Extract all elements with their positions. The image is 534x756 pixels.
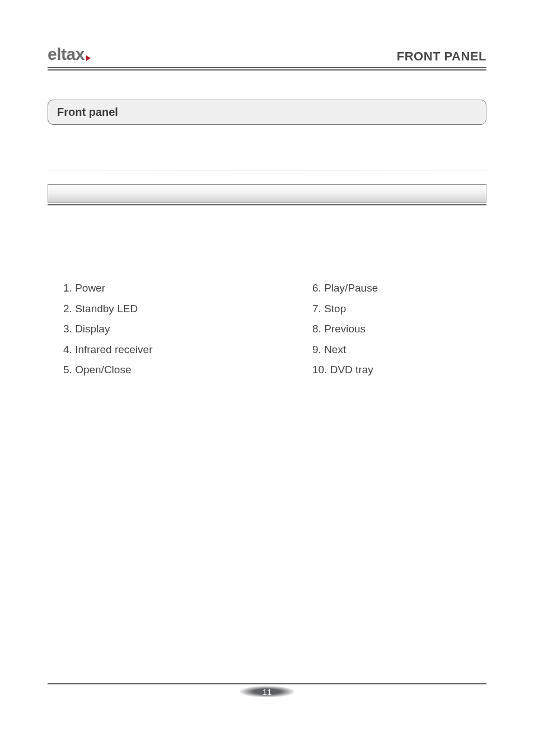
page-header: eltax FRONT PANEL bbox=[48, 46, 486, 64]
list-item: 5. Open/Close bbox=[63, 362, 312, 378]
list-item-label: Open/Close bbox=[75, 364, 131, 375]
device-illustration-top-rule bbox=[48, 171, 486, 171]
brand-logo: eltax bbox=[48, 45, 91, 64]
list-item: 7. Stop bbox=[312, 301, 486, 317]
page-number-band: 11 bbox=[240, 686, 294, 697]
list-item: 10. DVD tray bbox=[312, 362, 486, 378]
list-item-label: Play/Pause bbox=[324, 282, 378, 294]
section-heading-box: Front panel bbox=[48, 100, 486, 125]
section-heading: Front panel bbox=[57, 106, 477, 119]
list-item-label: Next bbox=[324, 344, 346, 355]
list-item-label: Standby LED bbox=[75, 303, 138, 314]
list-item-num: 9. bbox=[312, 344, 321, 355]
list-item-num: 8. bbox=[312, 323, 321, 335]
page-footer: 11 bbox=[48, 683, 486, 697]
list-item-num: 3. bbox=[63, 323, 72, 335]
page-number: 11 bbox=[263, 687, 272, 697]
list-item-label: Infrared receiver bbox=[75, 344, 152, 355]
list-item-label: DVD tray bbox=[330, 364, 373, 375]
device-illustration-underline bbox=[48, 204, 486, 205]
feature-list-left: 1. Power 2. Standby LED 3. Display 4. In… bbox=[63, 280, 312, 378]
footer-divider bbox=[48, 683, 486, 684]
list-item-num: 5. bbox=[63, 364, 72, 375]
list-item-num: 6. bbox=[312, 282, 321, 294]
list-item: 3. Display bbox=[63, 321, 312, 337]
list-item-label: Display bbox=[75, 323, 110, 335]
list-item-num: 4. bbox=[63, 344, 72, 355]
list-item: 9. Next bbox=[312, 342, 486, 358]
document-page: eltax FRONT PANEL Front panel 1. Power 2… bbox=[0, 0, 534, 756]
list-item-num: 1. bbox=[63, 282, 72, 294]
list-item-num: 10. bbox=[312, 364, 327, 375]
list-item-label: Previous bbox=[324, 323, 366, 335]
list-item: 4. Infrared receiver bbox=[63, 342, 312, 358]
list-item-label: Power bbox=[75, 282, 105, 294]
list-item-num: 2. bbox=[63, 303, 72, 314]
feature-list-right: 6. Play/Pause 7. Stop 8. Previous 9. Nex… bbox=[312, 280, 486, 378]
feature-list-columns: 1. Power 2. Standby LED 3. Display 4. In… bbox=[48, 280, 486, 378]
brand-logo-text: eltax bbox=[48, 45, 85, 64]
header-divider bbox=[48, 67, 486, 71]
page-title: FRONT PANEL bbox=[397, 49, 486, 64]
list-item: 2. Standby LED bbox=[63, 301, 312, 317]
svg-marker-0 bbox=[86, 55, 91, 61]
list-item-label: Stop bbox=[324, 303, 346, 314]
device-illustration-band bbox=[48, 184, 486, 203]
list-item: 6. Play/Pause bbox=[312, 280, 486, 297]
list-item: 1. Power bbox=[63, 280, 312, 297]
list-item: 8. Previous bbox=[312, 321, 486, 337]
brand-logo-triangle-icon bbox=[86, 55, 91, 61]
list-item-num: 7. bbox=[312, 303, 321, 314]
